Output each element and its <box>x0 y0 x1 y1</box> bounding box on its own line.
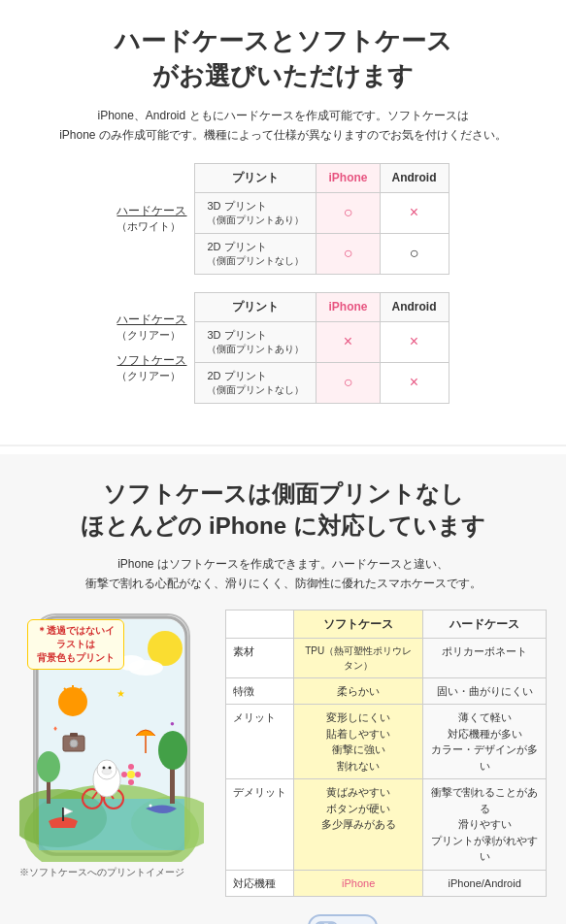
svg-text:●: ● <box>170 719 175 728</box>
compare-label-merit: メリット <box>226 705 294 779</box>
svg-point-27 <box>102 769 112 775</box>
compare-row-material: 素材 TPU（熱可塑性ポリウレタン） ポリカーボネート <box>226 638 547 677</box>
speech-area: ケースの脱着が苦手な方におすすめ。 <box>225 910 547 924</box>
table1-row1-android: × <box>380 192 449 233</box>
svg-line-43 <box>80 688 82 690</box>
compare-soft-demerit: 黄ばみやすいボタンが硬い多少厚みがある <box>294 779 423 871</box>
table1-row1-print: 3D プリント（側面プリントあり） <box>195 192 316 233</box>
compare-hard-device: iPhone/Android <box>423 870 547 897</box>
phone-area: ＊透過ではないイラストは背景色もプリント <box>19 610 214 879</box>
compare-soft-merit: 変形しにくい貼着しやすい衝撃に強い割れない <box>294 705 423 779</box>
col-header-android1: Android <box>380 163 449 192</box>
table1-row2-print: 2D プリント（側面プリントなし） <box>195 233 316 274</box>
svg-line-42 <box>64 688 66 690</box>
section2: ソフトケースは側面プリントなしほとんどの iPhone に対応しています iPh… <box>0 454 566 924</box>
svg-point-38 <box>128 779 134 785</box>
table1-row2-android: ○ <box>380 233 449 274</box>
col-header-print2: プリント <box>195 292 316 321</box>
table2-row2-print: 2D プリント（側面プリントなし） <box>195 362 316 403</box>
col-header-iphone1: iPhone <box>316 163 380 192</box>
compare-soft-feature: 柔らかい <box>294 677 423 705</box>
table1-row1-iphone: ○ <box>316 192 380 233</box>
compare-header-hard: ハードケース <box>423 610 547 638</box>
compare-table-area: ソフトケース ハードケース 素材 TPU（熱可塑性ポリウレタン） ポリカーボネー… <box>225 610 547 924</box>
svg-text:★: ★ <box>117 688 125 699</box>
clear-case-area <box>304 910 382 924</box>
table1-row2-iphone: ○ <box>316 233 380 274</box>
section1: ハードケースとソフトケースがお選びいただけます iPhone、Android と… <box>0 0 566 437</box>
svg-point-35 <box>128 764 134 770</box>
col-header-android2: Android <box>380 292 449 321</box>
section2-title: ソフトケースは側面プリントなしほとんどの iPhone に対応しています <box>19 478 547 543</box>
compare-hard-demerit: 衝撃で割れることがある滑りやすいプリントが剥がれやすい <box>423 779 547 871</box>
table2-wrapper: ハードケース （クリアー） ソフトケース （クリアー） プリント iPhone … <box>19 292 547 404</box>
clear-case-svg <box>304 910 382 924</box>
svg-point-34 <box>127 771 135 778</box>
svg-point-39 <box>150 804 152 807</box>
compare-label-device: 対応機種 <box>226 870 294 897</box>
compare-header-soft: ソフトケース <box>294 610 423 638</box>
section-divider <box>0 445 566 446</box>
compare-row-device: 対応機種 iPhone iPhone/Android <box>226 870 547 897</box>
table2-side-label2: ソフトケース （クリアー） <box>117 352 186 383</box>
table2-row2-iphone: ○ <box>316 362 380 403</box>
compare-row-merit: メリット 変形しにくい貼着しやすい衝撃に強い割れない 薄くて軽い対応機種が多いカ… <box>226 705 547 779</box>
svg-point-33 <box>70 740 78 747</box>
col-header-print: プリント <box>195 163 316 192</box>
table1-side-label: ハードケース （ホワイト） <box>117 203 186 234</box>
svg-point-15 <box>158 731 187 770</box>
svg-point-40 <box>58 687 87 716</box>
svg-rect-32 <box>70 733 78 737</box>
compare-soft-material: TPU（熱可塑性ポリウレタン） <box>294 638 423 677</box>
svg-point-37 <box>135 772 141 777</box>
table2-row1-android: × <box>380 321 449 362</box>
compare-label-demerit: デメリット <box>226 779 294 871</box>
table2-side-label1: ハードケース （クリアー） <box>117 312 186 343</box>
compare-header-empty <box>226 610 294 638</box>
table2-row1-print: 3D プリント（側面プリントあり） <box>195 321 316 362</box>
svg-rect-28 <box>62 808 64 821</box>
compare-table: ソフトケース ハードケース 素材 TPU（熱可塑性ポリウレタン） ポリカーボネー… <box>225 610 547 898</box>
svg-text:♦: ♦ <box>53 724 57 733</box>
note-badge: ＊透過ではないイラストは背景色もプリント <box>27 619 124 670</box>
table2: プリント iPhone Android 3D プリント（側面プリントあり） × … <box>194 292 449 404</box>
phone-note: ※ソフトケースへのプリントイメージ <box>19 866 214 879</box>
section2-desc: iPhone はソフトケースを作成できます。ハードケースと違い、 衝撃で割れる心… <box>19 554 547 594</box>
table2-side-labels: ハードケース （クリアー） ソフトケース （クリアー） <box>117 312 186 383</box>
table1-wrapper: ハードケース （ホワイト） プリント iPhone Android 3D プリン… <box>19 163 547 275</box>
compare-hard-feature: 固い・曲がりにくい <box>423 677 547 705</box>
compare-label-feature: 特徴 <box>226 677 294 705</box>
svg-point-17 <box>37 751 60 782</box>
bottom-content: ＊透過ではないイラストは背景色もプリント <box>19 610 547 924</box>
compare-row-demerit: デメリット 黄ばみやすいボタンが硬い多少厚みがある 衝撃で割れることがある滑りや… <box>226 779 547 871</box>
table1: プリント iPhone Android 3D プリント（側面プリントあり） ○ … <box>194 163 449 275</box>
table2-row1-iphone: × <box>316 321 380 362</box>
compare-hard-material: ポリカーボネート <box>423 638 547 677</box>
col-header-iphone2: iPhone <box>316 292 380 321</box>
compare-hard-merit: 薄くて軽い対応機種が多いカラー・デザインが多い <box>423 705 547 779</box>
section1-title: ハードケースとソフトケースがお選びいただけます <box>19 23 547 94</box>
compare-label-material: 素材 <box>226 638 294 677</box>
table2-row2-android: × <box>380 362 449 403</box>
svg-point-36 <box>121 772 127 777</box>
compare-row-feature: 特徴 柔らかい 固い・曲がりにくい <box>226 677 547 705</box>
section1-desc: iPhone、Android ともにハードケースを作成可能です。ソフトケースは … <box>19 106 547 146</box>
compare-soft-device: iPhone <box>294 870 423 897</box>
svg-point-4 <box>148 631 183 666</box>
